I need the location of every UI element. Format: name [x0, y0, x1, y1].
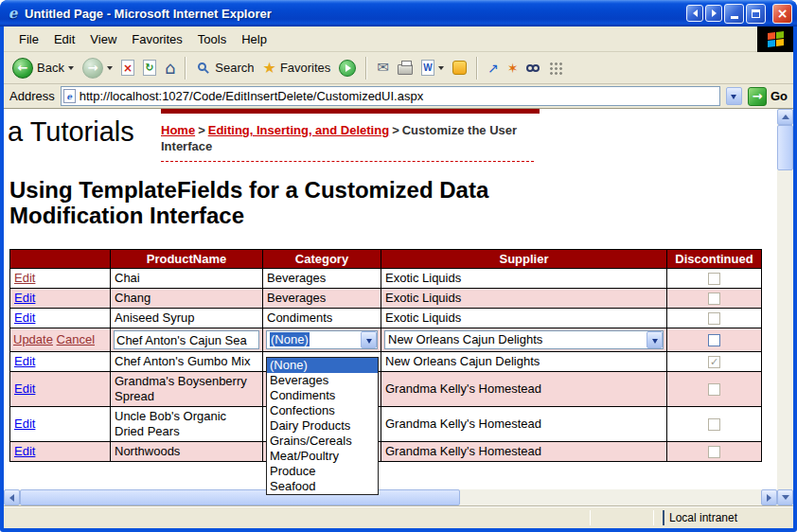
category-option[interactable]: Dairy Products	[267, 418, 378, 434]
edit-link[interactable]: Edit	[14, 444, 35, 458]
product-name-input[interactable]	[114, 330, 259, 349]
menu-help[interactable]: Help	[234, 28, 275, 50]
supplier-dropdown-arrow[interactable]	[646, 331, 663, 348]
category-option[interactable]: Seafood	[267, 479, 378, 494]
product-cell: Aniseed Syrup	[111, 309, 263, 328]
title-nav-left-button[interactable]	[686, 5, 703, 22]
toolbar-separator	[185, 57, 186, 80]
vertical-scrollbar[interactable]	[777, 109, 793, 505]
edit-link[interactable]: Edit	[14, 291, 35, 305]
forward-button[interactable]: →	[80, 57, 115, 80]
category-option[interactable]: Meat/Poultry	[267, 449, 378, 464]
discontinued-checkbox[interactable]	[708, 334, 720, 346]
menu-tools[interactable]: Tools	[190, 28, 234, 50]
breadcrumb-home-link[interactable]: Home	[161, 123, 195, 137]
edit-dropdown-icon[interactable]	[438, 66, 444, 73]
scroll-up-button[interactable]	[777, 109, 793, 125]
mail-button[interactable]: ✉	[374, 60, 392, 76]
maximize-button[interactable]	[746, 4, 766, 24]
supplier-selected-value: New Orleans Cajun Delights	[385, 332, 646, 347]
edit-page-icon: W	[421, 60, 434, 76]
category-option[interactable]: Produce	[267, 464, 378, 479]
stop-icon: ×	[121, 60, 134, 76]
addon-research-button[interactable]	[523, 63, 542, 73]
horizontal-scrollbar[interactable]	[4, 489, 777, 505]
status-separator	[590, 510, 591, 525]
vertical-scroll-thumb[interactable]	[777, 125, 793, 170]
menu-edit[interactable]: Edit	[46, 28, 82, 50]
edit-link[interactable]: Edit	[14, 417, 35, 431]
grid-row: Edit Chef Anton's Gumbo Mix New Orleans …	[10, 352, 762, 372]
category-option[interactable]: Condiments	[267, 388, 378, 403]
title-nav-right-button[interactable]	[705, 5, 722, 22]
stop-button[interactable]: ×	[118, 59, 137, 77]
horizontal-scroll-thumb[interactable]	[20, 489, 460, 505]
window-title: Untitled Page - Microsoft Internet Explo…	[25, 7, 682, 21]
print-button[interactable]	[395, 60, 416, 76]
addon-highlight-button[interactable]: ✶	[505, 61, 522, 76]
category-cell: Beverages	[263, 269, 381, 289]
messenger-button[interactable]	[450, 60, 469, 76]
edit-link[interactable]: Edit	[14, 381, 35, 396]
update-link[interactable]: Update	[13, 332, 53, 346]
ie-logo-icon: e	[5, 6, 21, 22]
edit-link[interactable]: Edit	[14, 310, 35, 325]
media-button[interactable]	[336, 59, 359, 78]
product-cell: Northwoods	[111, 442, 263, 462]
address-field[interactable]: e	[61, 86, 720, 106]
edit-link[interactable]: Edit	[14, 354, 35, 368]
action-header	[10, 250, 111, 269]
forward-dropdown-icon[interactable]	[107, 66, 113, 73]
favorites-button[interactable]: ★ Favorites	[260, 60, 334, 77]
refresh-button[interactable]: ↻	[140, 59, 159, 77]
category-dropdown-arrow[interactable]	[361, 331, 377, 348]
local-intranet-icon	[663, 511, 664, 524]
supplier-dropdown[interactable]: New Orleans Cajun Delights	[384, 330, 664, 349]
edit-link[interactable]: Edit	[14, 271, 35, 285]
scroll-left-button[interactable]	[4, 489, 20, 505]
standard-buttons-toolbar: ← Back → × ↻ ⌂ Search ★ Favorites	[4, 52, 793, 84]
scroll-down-button[interactable]	[777, 489, 793, 505]
address-input[interactable]	[80, 88, 717, 104]
category-option[interactable]: (None)	[267, 358, 378, 373]
edit-button[interactable]: W	[418, 59, 447, 77]
discontinued-checkbox	[708, 273, 720, 285]
category-dropdown[interactable]: (None)	[266, 330, 378, 349]
back-button[interactable]: ← Back	[9, 57, 77, 80]
cancel-link[interactable]: Cancel	[57, 332, 95, 346]
search-button[interactable]: Search	[193, 60, 257, 77]
mail-icon: ✉	[377, 61, 389, 75]
window-controls: ×	[686, 4, 792, 24]
addon-grid-button[interactable]	[545, 60, 565, 76]
security-zone-pane: Local intranet	[657, 509, 789, 525]
scroll-right-button[interactable]	[761, 489, 777, 505]
category-option[interactable]: Confections	[267, 403, 378, 418]
addon-launch-button[interactable]: ↗	[485, 61, 502, 76]
minimize-button[interactable]	[724, 4, 744, 24]
arrow-left-icon	[9, 494, 14, 502]
menu-file[interactable]: File	[11, 28, 46, 50]
go-button[interactable]: → Go	[748, 87, 788, 106]
page-icon: e	[63, 89, 76, 103]
menu-favorites[interactable]: Favorites	[124, 28, 189, 50]
category-header: Category	[263, 250, 381, 269]
grid-row: Edit Grandma's Boysenberry Spread Grandm…	[10, 372, 762, 407]
category-option[interactable]: Beverages	[267, 373, 378, 388]
category-option[interactable]: Grains/Cereals	[267, 434, 378, 449]
discontinued-checkbox	[708, 356, 720, 368]
arrow-down-icon	[782, 495, 789, 500]
status-bar: Local intranet	[4, 505, 793, 528]
grid-row: Edit Aniseed Syrup Condiments Exotic Liq…	[10, 309, 762, 328]
supplier-cell: Exotic Liquids	[381, 309, 667, 328]
breadcrumb-section-link[interactable]: Editing, Inserting, and Deleting	[208, 123, 389, 137]
back-dropdown-icon[interactable]	[68, 66, 74, 73]
chevron-down-icon	[731, 95, 736, 99]
product-cell: Grandma's Boysenberry Spread	[111, 372, 263, 407]
title-bar[interactable]: e Untitled Page - Microsoft Internet Exp…	[0, 0, 797, 27]
home-button[interactable]: ⌂	[162, 59, 178, 78]
address-dropdown-button[interactable]	[726, 87, 742, 105]
close-button[interactable]: ×	[772, 4, 792, 24]
media-icon	[339, 60, 356, 77]
category-dropdown-list: (None) Beverages Condiments Confections …	[266, 357, 379, 495]
menu-view[interactable]: View	[82, 28, 124, 50]
